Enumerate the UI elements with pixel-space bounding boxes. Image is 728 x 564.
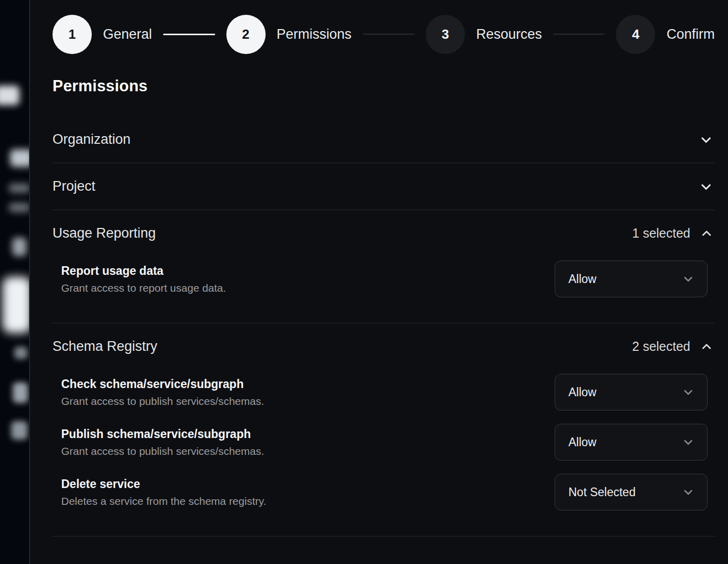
select-value: Allow bbox=[568, 386, 596, 399]
step-connector bbox=[363, 34, 414, 35]
permission-text: Report usage data Grant access to report… bbox=[61, 264, 226, 295]
wizard-stepper: 1 General 2 Permissions 3 Resources 4 Co… bbox=[53, 14, 715, 54]
selected-count-badge: 2 selected bbox=[632, 339, 690, 354]
select-value: Allow bbox=[568, 435, 596, 449]
sidebar-blurred-item bbox=[13, 382, 28, 403]
step-label: Permissions bbox=[277, 27, 352, 42]
section-header-usage-reporting[interactable]: Usage Reporting 1 selected bbox=[53, 210, 715, 257]
step-label: Resources bbox=[476, 27, 542, 42]
step-permissions[interactable]: 2 Permissions bbox=[226, 15, 352, 54]
select-value: Allow bbox=[568, 272, 596, 286]
section-header-organization[interactable]: Organization bbox=[53, 116, 715, 163]
selected-count-badge: 1 selected bbox=[632, 226, 690, 241]
permission-description: Grant access to publish services/schemas… bbox=[61, 445, 264, 457]
sidebar-blurred-item bbox=[11, 421, 28, 440]
permission-row-delete-service: Delete service Deletes a service from th… bbox=[61, 474, 715, 510]
permission-text: Publish schema/service/subgraph Grant ac… bbox=[61, 427, 264, 458]
sidebar-blurred-text bbox=[9, 184, 29, 193]
chevron-up-icon bbox=[699, 340, 714, 354]
permission-description: Grant access to publish services/schemas… bbox=[61, 395, 264, 407]
chevron-down-icon bbox=[682, 435, 695, 449]
section-meta bbox=[698, 179, 715, 194]
sidebar-blurred-logo bbox=[0, 86, 19, 105]
step-general[interactable]: 1 General bbox=[53, 15, 152, 54]
section-usage-reporting: Usage Reporting 1 selected Report usage … bbox=[53, 210, 715, 323]
page-title: Permissions bbox=[53, 76, 715, 96]
section-header-project[interactable]: Project bbox=[53, 163, 715, 210]
section-schema-registry: Schema Registry 2 selected Check schema/… bbox=[53, 323, 715, 536]
section-title: Schema Registry bbox=[53, 339, 158, 354]
permission-text: Check schema/service/subgraph Grant acce… bbox=[61, 377, 264, 408]
section-project: Project bbox=[53, 163, 715, 210]
section-title: Organization bbox=[53, 132, 131, 147]
sidebar-blurred-icon bbox=[12, 238, 27, 256]
permission-row-report-usage-data: Report usage data Grant access to report… bbox=[61, 261, 715, 297]
step-connector bbox=[163, 34, 215, 35]
permission-row-publish-schema: Publish schema/service/subgraph Grant ac… bbox=[61, 424, 715, 460]
sidebar-blurred-item bbox=[14, 347, 28, 359]
section-title: Usage Reporting bbox=[53, 225, 156, 241]
select-value: Not Selected bbox=[568, 485, 636, 499]
chevron-down-icon bbox=[698, 179, 714, 194]
section-title: Project bbox=[53, 178, 95, 194]
step-resources[interactable]: 3 Resources bbox=[426, 15, 542, 54]
section-meta: 1 selected bbox=[632, 226, 715, 241]
permission-title: Delete service bbox=[61, 477, 266, 492]
chevron-down-icon bbox=[682, 272, 695, 286]
chevron-down-icon bbox=[682, 485, 695, 499]
permission-select-report-usage-data[interactable]: Allow bbox=[555, 261, 708, 297]
chevron-down-icon bbox=[682, 386, 695, 399]
step-number-circle: 2 bbox=[226, 15, 266, 54]
permission-select-publish-schema[interactable]: Allow bbox=[555, 424, 708, 460]
permission-list: Check schema/service/subgraph Grant acce… bbox=[53, 370, 715, 536]
section-organization: Organization bbox=[53, 116, 715, 163]
step-label: Confirm bbox=[666, 27, 715, 42]
permission-title: Report usage data bbox=[61, 264, 226, 278]
step-number-circle: 4 bbox=[616, 15, 655, 54]
sidebar-blurred-text bbox=[9, 203, 29, 212]
permission-select-delete-service[interactable]: Not Selected bbox=[555, 474, 708, 510]
step-connector bbox=[553, 34, 605, 35]
permission-select-check-schema[interactable]: Allow bbox=[555, 374, 708, 411]
create-graph-wizard-modal: 1 General 2 Permissions 3 Resources 4 Co… bbox=[29, 0, 728, 564]
background-sidebar bbox=[0, 0, 29, 564]
chevron-down-icon bbox=[698, 132, 714, 147]
step-number-circle: 1 bbox=[53, 15, 92, 54]
section-header-schema-registry[interactable]: Schema Registry 2 selected bbox=[53, 323, 715, 370]
section-meta bbox=[698, 132, 715, 147]
modal-content: 1 General 2 Permissions 3 Resources 4 Co… bbox=[30, 0, 728, 536]
permission-text: Delete service Deletes a service from th… bbox=[61, 477, 266, 508]
sidebar-blurred-item bbox=[10, 149, 29, 167]
permission-description: Deletes a service from the schema regist… bbox=[61, 495, 266, 507]
permission-description: Grant access to report usage data. bbox=[61, 281, 226, 294]
permission-title: Check schema/service/subgraph bbox=[61, 377, 264, 392]
step-label: General bbox=[103, 27, 152, 42]
step-confirm[interactable]: 4 Confirm bbox=[616, 15, 715, 54]
permission-row-check-schema: Check schema/service/subgraph Grant acce… bbox=[61, 374, 715, 411]
permission-title: Publish schema/service/subgraph bbox=[61, 427, 264, 442]
step-number-circle: 3 bbox=[426, 15, 465, 54]
section-meta: 2 selected bbox=[632, 339, 715, 354]
sidebar-blurred-active-item bbox=[3, 277, 29, 333]
permission-list: Report usage data Grant access to report… bbox=[53, 257, 715, 323]
chevron-up-icon bbox=[699, 226, 714, 241]
